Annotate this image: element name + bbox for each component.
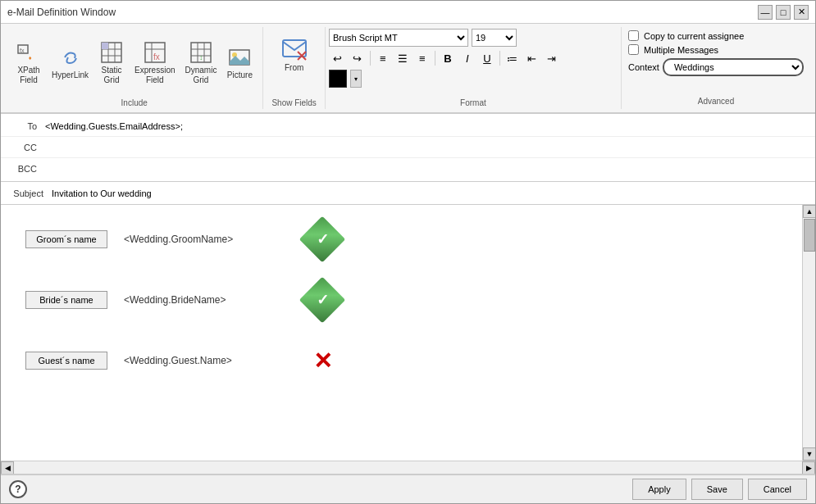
minimize-button[interactable]: — [758, 5, 773, 20]
scroll-right-button[interactable]: ▶ [802, 461, 815, 474]
italic-button[interactable]: I [458, 49, 476, 67]
color-dropdown[interactable]: ▾ [350, 70, 362, 88]
bride-check-icon [304, 282, 340, 318]
context-label: Context [628, 62, 659, 72]
scroll-track[interactable] [803, 218, 815, 447]
hyperlink-icon [57, 44, 84, 70]
redo-button[interactable]: ↪ [349, 49, 367, 67]
scroll-left-button[interactable]: ◀ [1, 461, 14, 474]
to-row: To [1, 116, 815, 137]
size-select[interactable]: 19 [472, 29, 517, 47]
xpath-field-button[interactable]: fx ⬧ XPathField [12, 38, 45, 87]
include-section: fx ⬧ XPathField HyperLink [6, 27, 263, 109]
red-x-symbol [307, 345, 338, 376]
main-window: e-Mail Definition Window — □ ✕ fx ⬧ [0, 0, 816, 504]
copy-assignee-checkbox[interactable] [628, 30, 639, 41]
underline-button[interactable]: U [478, 49, 496, 67]
dynamic-grid-icon: ↕ [188, 39, 214, 66]
svg-text:fx: fx [153, 52, 160, 61]
scroll-down-button[interactable]: ▼ [803, 447, 815, 461]
format-section: Brush Script MT 19 ↩ ↪ ≡ ☰ ≡ B I U ≔ ⇤ [326, 27, 622, 109]
from-button[interactable]: From [278, 35, 311, 75]
guest-x-icon [304, 343, 340, 379]
cc-label: CC [1, 143, 42, 152]
save-button[interactable]: Save [691, 479, 743, 500]
maximize-button[interactable]: □ [776, 5, 791, 20]
align-left-button[interactable]: ≡ [374, 49, 392, 67]
color-picker[interactable] [329, 70, 347, 88]
cc-input[interactable] [42, 138, 815, 157]
guest-name-token: <Wedding.Guest.Name> [124, 355, 288, 366]
picture-label: Picture [227, 70, 253, 80]
picture-icon [226, 44, 253, 70]
bottom-left: ? [9, 480, 27, 498]
multiple-messages-checkbox[interactable] [628, 44, 639, 55]
expression-field-button[interactable]: fx ExpressionField [131, 38, 178, 87]
indent-button[interactable]: ⇥ [543, 49, 561, 67]
advanced-label: Advanced [628, 97, 804, 106]
align-center-button[interactable]: ☰ [394, 49, 412, 67]
from-section: From Show Fields [263, 27, 325, 109]
groom-name-button[interactable]: Groom´s name [25, 230, 107, 248]
title-controls: — □ ✕ [758, 5, 809, 20]
to-input[interactable] [42, 117, 815, 135]
show-fields-label: Show Fields [271, 95, 316, 107]
subject-label: Subject [1, 188, 48, 198]
subject-row: Subject [1, 182, 815, 205]
hyperlink-button[interactable]: HyperLink [48, 43, 92, 82]
expression-label: ExpressionField [134, 66, 175, 85]
subject-input[interactable] [48, 184, 815, 203]
static-grid-icon [98, 39, 125, 66]
dynamic-grid-button[interactable]: ↕ DynamicGrid [182, 38, 221, 87]
close-button[interactable]: ✕ [794, 5, 809, 20]
green-check-diamond-0 [299, 216, 346, 263]
dynamic-grid-label: DynamicGrid [185, 66, 217, 85]
scroll-thumb[interactable] [804, 219, 815, 252]
outdent-button[interactable]: ⇤ [523, 49, 541, 67]
cc-row: CC [1, 137, 815, 158]
multiple-messages-label: Multiple Messages [644, 45, 718, 55]
align-right-button[interactable]: ≡ [413, 49, 431, 67]
context-select[interactable]: Weddings [663, 58, 804, 76]
bottom-right: Apply Save Cancel [632, 479, 807, 500]
picture-button[interactable]: Picture [223, 43, 256, 82]
window-title: e-Mail Definition Window [7, 7, 116, 18]
content-inner: Groom´s name <Wedding.GroomName> Bride´s… [1, 205, 802, 461]
help-button[interactable]: ? [9, 480, 27, 498]
copy-assignee-label: Copy to current assignee [644, 31, 744, 41]
bcc-input[interactable] [42, 160, 815, 178]
copy-assignee-row: Copy to current assignee [628, 30, 804, 41]
groom-check-icon [304, 221, 340, 257]
title-bar: e-Mail Definition Window — □ ✕ [1, 1, 815, 24]
toolbar: fx ⬧ XPathField HyperLink [1, 24, 815, 114]
static-grid-button[interactable]: StaticGrid [95, 38, 128, 87]
context-row: Context Weddings [628, 58, 804, 76]
field-row-1: Bride´s name <Wedding.BrideName> [25, 282, 777, 318]
vertical-scrollbar: ▲ ▼ [802, 205, 815, 461]
format-row2: ↩ ↪ ≡ ☰ ≡ B I U ≔ ⇤ ⇥ [329, 49, 618, 67]
bride-name-button[interactable]: Bride´s name [25, 291, 107, 309]
cancel-button[interactable]: Cancel [748, 479, 807, 500]
list-button[interactable]: ≔ [504, 49, 522, 67]
undo-button[interactable]: ↩ [329, 49, 347, 67]
bcc-label: BCC [1, 164, 42, 174]
guest-name-button[interactable]: Guest´s name [25, 352, 107, 370]
groom-name-token: <Wedding.GroomName> [124, 234, 288, 245]
content-area: Groom´s name <Wedding.GroomName> Bride´s… [1, 205, 815, 461]
horizontal-scrollbar: ◀ ▶ [1, 461, 815, 474]
expression-icon: fx [142, 39, 168, 66]
h-scroll-track[interactable] [14, 462, 802, 474]
apply-button[interactable]: Apply [632, 479, 686, 500]
bold-button[interactable]: B [439, 49, 457, 67]
field-row-0: Groom´s name <Wedding.GroomName> [25, 221, 777, 257]
separator2 [435, 51, 435, 66]
font-select[interactable]: Brush Script MT [329, 29, 468, 47]
format-row3: ▾ [329, 70, 618, 88]
svg-text:fx: fx [20, 48, 25, 53]
svg-text:↕: ↕ [199, 53, 203, 61]
xpath-icon: fx ⬧ [16, 39, 42, 66]
format-label: Format [329, 98, 618, 107]
field-row-2: Guest´s name <Wedding.Guest.Name> [25, 343, 777, 379]
from-icon [281, 37, 308, 63]
scroll-up-button[interactable]: ▲ [803, 205, 815, 218]
